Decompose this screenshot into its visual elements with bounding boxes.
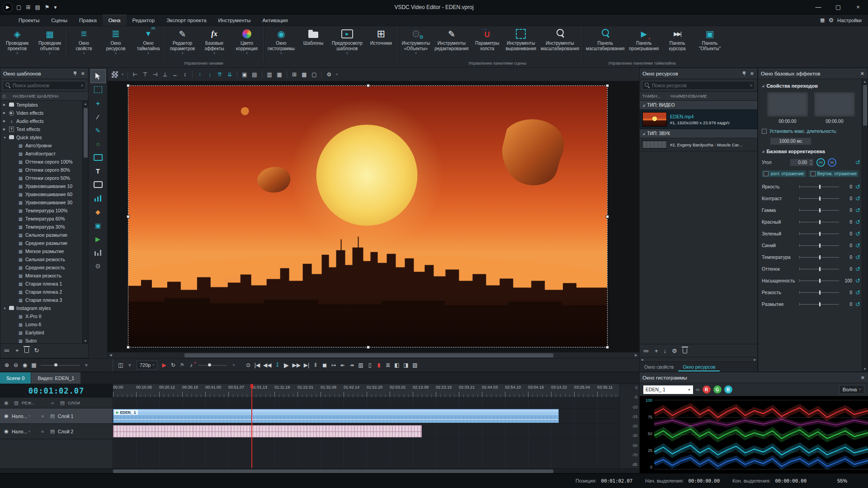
slider-handle[interactable] bbox=[819, 244, 821, 248]
scroll-thumb[interactable] bbox=[84, 108, 88, 158]
template-tree-item[interactable]: Температура 30% bbox=[0, 223, 82, 231]
transport-icon[interactable]: ▨ bbox=[411, 361, 419, 370]
slider-handle[interactable] bbox=[819, 255, 821, 259]
timeline-ruler[interactable]: 00.0000:10.0600:20.1200:30.1800:41.0000:… bbox=[113, 384, 619, 398]
reset-icon[interactable] bbox=[855, 277, 860, 284]
menu-item[interactable]: Сцены bbox=[45, 14, 73, 26]
resource-tool-icon[interactable]: ⚙ bbox=[672, 347, 677, 354]
playback-icon[interactable]: ↻ bbox=[169, 361, 177, 370]
menu-item[interactable]: Правка bbox=[73, 14, 103, 26]
canvas-toolbar-icon[interactable] bbox=[237, 71, 237, 78]
tool-icon[interactable]: ⚙ bbox=[91, 259, 105, 272]
mirror-vertical[interactable]: Вертик. отражение bbox=[809, 170, 859, 177]
reset-icon[interactable] bbox=[855, 266, 860, 272]
resize-handle[interactable] bbox=[127, 215, 130, 218]
canvas-toolbar-icon[interactable]: ▥ bbox=[265, 70, 274, 79]
audio-icon[interactable]: ≈ bbox=[38, 413, 47, 419]
scroll-thumb[interactable] bbox=[113, 469, 553, 473]
ribbon-button[interactable]: Окно свойств ▾ bbox=[67, 26, 99, 61]
template-tree-item[interactable]: Earlybird bbox=[0, 328, 82, 337]
template-tree-item[interactable]: X-Pro II bbox=[0, 312, 82, 320]
link-channels-icon[interactable]: ∞ bbox=[696, 386, 700, 393]
transport-icon[interactable]: ↧ bbox=[273, 361, 281, 370]
canvas-toolbar-icon[interactable]: ▤ bbox=[250, 70, 259, 79]
canvas-toolbar-icon[interactable]: ⊥ bbox=[160, 70, 170, 79]
layout-icon[interactable]: ▦ bbox=[820, 17, 825, 23]
slider-handle[interactable] bbox=[819, 185, 821, 189]
reset-icon[interactable] bbox=[855, 242, 860, 249]
canvas-workspace[interactable]: ▲ ▼ bbox=[108, 81, 639, 352]
track-row-1[interactable]: ◉ Нало...▾ ≈ ▤ Слой 1 bbox=[0, 408, 113, 424]
blend-mode-dropdown[interactable]: Нало...▾ bbox=[12, 413, 37, 419]
reset-icon[interactable] bbox=[855, 254, 860, 261]
menu-item[interactable]: Редактор bbox=[127, 14, 161, 26]
zoom-icon[interactable]: ⊖ bbox=[12, 361, 20, 370]
template-tool-icon[interactable]: ↻ bbox=[34, 347, 39, 354]
template-tree-item[interactable]: Уравновешивание 10 bbox=[0, 182, 82, 190]
tool-icon[interactable]: ◆ bbox=[91, 205, 105, 218]
mirror-horizontal[interactable]: зонт. отражение bbox=[762, 170, 806, 177]
expander-icon[interactable]: ▼ bbox=[3, 307, 7, 310]
effect-slider[interactable] bbox=[799, 183, 839, 190]
layer-name[interactable]: Слой 1 bbox=[58, 413, 73, 419]
canvas-toolbar-icon[interactable] bbox=[192, 71, 193, 78]
template-tree-item[interactable]: Уравновешивание 60 bbox=[0, 190, 82, 198]
spin-down-icon[interactable]: ▼ bbox=[809, 162, 813, 166]
template-tree-item[interactable]: АвтоУровни bbox=[0, 141, 82, 150]
zoom-icon[interactable]: ◉ bbox=[21, 361, 29, 370]
effect-slider[interactable] bbox=[799, 195, 839, 202]
canvas-toolbar-icon[interactable]: ↔ bbox=[170, 70, 179, 79]
tool-icon[interactable] bbox=[91, 178, 105, 191]
canvas-toolbar-icon[interactable]: ↑ bbox=[195, 70, 204, 79]
transition-preview-out[interactable] bbox=[814, 92, 855, 117]
template-tree-item[interactable]: ▶ Text effects bbox=[0, 125, 82, 133]
resource-group-video[interactable]: ТИП: ВИДЕО bbox=[640, 101, 757, 110]
template-tree-item[interactable]: Оттенки серого 80% bbox=[0, 166, 82, 174]
effect-slider[interactable] bbox=[799, 266, 839, 272]
blue-channel-button[interactable]: B bbox=[724, 385, 732, 394]
tool-icon[interactable]: ○ bbox=[91, 137, 105, 150]
resolution-dropdown[interactable]: 720p ▾ bbox=[137, 361, 157, 370]
tab-video-eden[interactable]: Видео: EDEN_1 bbox=[31, 372, 80, 384]
timeline-lanes[interactable]: 00.0000:10.0600:20.1200:30.1800:41.0000:… bbox=[113, 384, 619, 468]
template-tree-item[interactable]: Оттенки серого 50% bbox=[0, 174, 82, 182]
effect-slider[interactable] bbox=[799, 242, 839, 249]
canvas-toolbar-icon[interactable] bbox=[127, 71, 128, 78]
film-icon[interactable]: ▤ bbox=[48, 428, 57, 434]
template-tree-item[interactable]: Оттенки серого 100% bbox=[0, 158, 82, 166]
effect-slider[interactable] bbox=[799, 289, 839, 296]
canvas-toolbar-icon[interactable]: ▣ bbox=[240, 70, 249, 79]
correction-section-header[interactable]: Базовая корректировка bbox=[762, 146, 860, 156]
slider-handle[interactable] bbox=[819, 197, 821, 201]
template-tree-item[interactable]: Мягкая резкость bbox=[0, 272, 82, 280]
mirror-h-checkbox[interactable] bbox=[764, 171, 769, 176]
effect-slider[interactable] bbox=[799, 254, 839, 260]
clear-search-icon[interactable]: × bbox=[81, 83, 84, 88]
canvas-toolbar-icon[interactable]: ▢ bbox=[310, 70, 319, 79]
column-name[interactable]: НАИМЕНОВАНИЕ bbox=[668, 94, 757, 99]
transport-icon[interactable]: ↦ bbox=[330, 361, 338, 370]
reset-icon[interactable] bbox=[855, 207, 860, 214]
tool-icon[interactable] bbox=[91, 246, 105, 259]
template-tree-item[interactable]: Температура 100% bbox=[0, 206, 82, 215]
close-icon[interactable]: × bbox=[859, 70, 865, 77]
template-tree-item[interactable]: Сильное размытие bbox=[0, 231, 82, 239]
ribbon-button[interactable]: Цвето коррекция ▾ bbox=[231, 26, 263, 61]
resize-handle[interactable] bbox=[127, 346, 130, 349]
transport-icon[interactable]: ◼ bbox=[321, 361, 329, 370]
lane-layer-1[interactable]: EDEN_ 1 bbox=[113, 408, 619, 424]
quick-access-icon[interactable]: ▢ bbox=[16, 4, 21, 10]
scroll-down-icon[interactable]: ▼ bbox=[863, 367, 867, 371]
slider-handle[interactable] bbox=[819, 267, 821, 271]
effects-scrollbar[interactable]: ▲ ▼ bbox=[862, 79, 868, 371]
ribbon-button[interactable]: Базовые эффекты ▾ bbox=[198, 26, 231, 61]
template-tool-icon[interactable]: + bbox=[15, 347, 19, 354]
playback-icon[interactable]: ▶ bbox=[160, 361, 168, 370]
template-search-input[interactable] bbox=[13, 83, 79, 88]
quick-access-icon[interactable]: ▾ bbox=[54, 4, 57, 10]
scroll-left-icon[interactable]: ◀ bbox=[641, 358, 643, 361]
spin-up-icon[interactable]: ▲ bbox=[809, 159, 813, 163]
tool-icon[interactable]: + bbox=[91, 97, 105, 110]
transport-icon[interactable]: |◀ bbox=[253, 361, 261, 370]
canvas-toolbar-icon[interactable]: ⇊ bbox=[225, 70, 234, 79]
